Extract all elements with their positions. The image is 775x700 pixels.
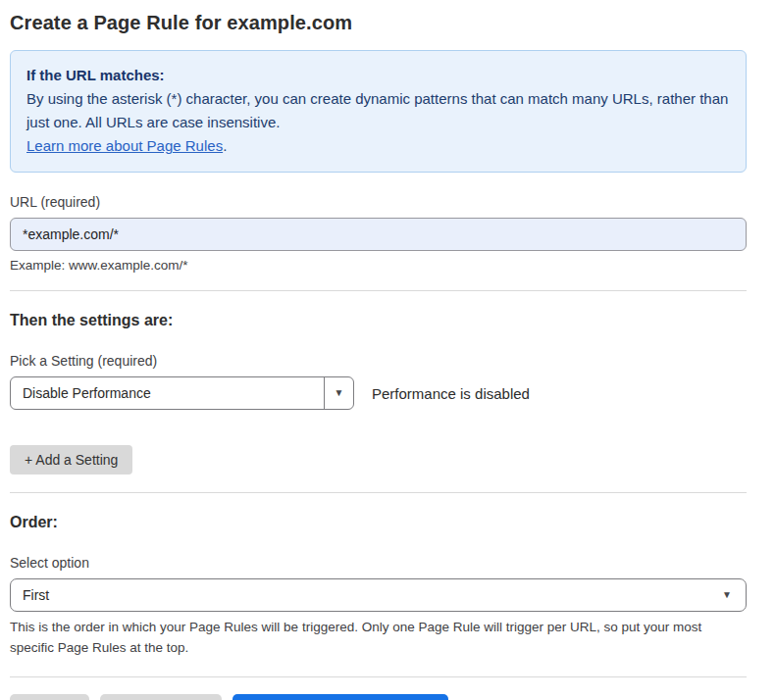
save-and-deploy-button[interactable]: Save and Deploy Page Rule bbox=[232, 694, 448, 700]
create-page-rule-page: Create a Page Rule for example.com If th… bbox=[0, 0, 775, 700]
setting-select-value: Disable Performance bbox=[11, 377, 324, 409]
save-as-draft-button[interactable]: Save as Draft bbox=[100, 694, 222, 700]
learn-more-link[interactable]: Learn more about Page Rules bbox=[26, 137, 223, 154]
chevron-down-icon: ▼ bbox=[335, 388, 344, 398]
footer-actions: Cancel Save as Draft Save and Deploy Pag… bbox=[10, 694, 747, 700]
divider bbox=[10, 676, 747, 677]
order-description: This is the order in which your Page Rul… bbox=[10, 618, 747, 659]
order-select-label: Select option bbox=[10, 555, 747, 571]
setting-select[interactable]: Disable Performance ▼ bbox=[10, 376, 354, 410]
info-box-link-line: Learn more about Page Rules. bbox=[26, 134, 730, 158]
add-setting-button[interactable]: + Add a Setting bbox=[10, 445, 132, 475]
divider bbox=[10, 492, 747, 493]
setting-status-text: Performance is disabled bbox=[372, 385, 530, 402]
cancel-button[interactable]: Cancel bbox=[10, 694, 89, 700]
url-field-group: URL (required) Example: www.example.com/… bbox=[10, 194, 747, 273]
page-title: Create a Page Rule for example.com bbox=[10, 12, 747, 34]
url-match-info-box: If the URL matches: By using the asteris… bbox=[10, 50, 747, 173]
content-area: Create a Page Rule for example.com If th… bbox=[10, 12, 747, 700]
order-select-value: First bbox=[11, 579, 722, 611]
divider bbox=[10, 290, 747, 291]
order-select[interactable]: First ▼ bbox=[10, 578, 747, 612]
chevron-down-icon: ▼ bbox=[722, 590, 732, 600]
pick-setting-label: Pick a Setting (required) bbox=[10, 353, 747, 369]
url-field-label: URL (required) bbox=[10, 194, 747, 210]
order-section-heading: Order: bbox=[10, 514, 747, 531]
url-example-text: Example: www.example.com/* bbox=[10, 258, 747, 273]
setting-row: Disable Performance ▼ Performance is dis… bbox=[10, 376, 747, 410]
setting-select-arrow-button[interactable]: ▼ bbox=[324, 377, 353, 409]
order-select-arrow: ▼ bbox=[722, 579, 746, 611]
info-box-heading: If the URL matches: bbox=[26, 64, 730, 87]
link-period: . bbox=[223, 137, 227, 154]
settings-section-heading: Then the settings are: bbox=[10, 312, 747, 329]
url-input[interactable] bbox=[10, 218, 747, 251]
info-box-body: By using the asterisk (*) character, you… bbox=[26, 87, 730, 134]
